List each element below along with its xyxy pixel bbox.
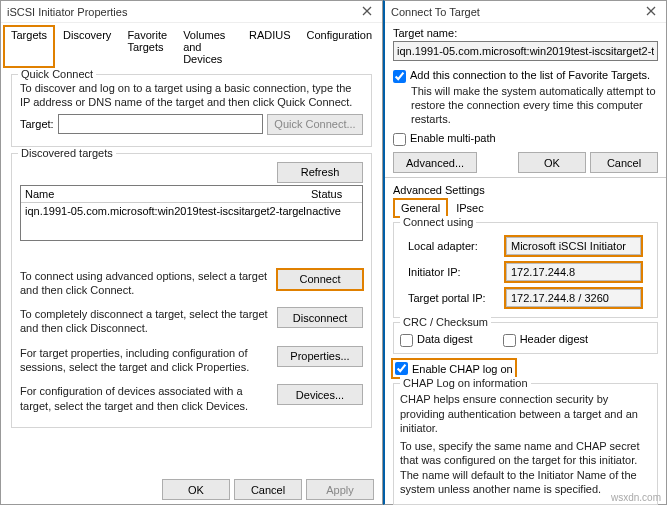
enable-chap-checkbox[interactable] — [395, 362, 408, 375]
initiator-ip-label: Initiator IP: — [408, 266, 498, 278]
table-row[interactable]: iqn.1991-05.com.microsoft:win2019test-is… — [21, 203, 362, 219]
disconnect-help: To completely disconnect a target, selec… — [20, 307, 271, 336]
target-status-cell: Inactive — [303, 205, 358, 217]
quick-connect-button[interactable]: Quick Connect... — [267, 114, 363, 135]
target-input[interactable] — [58, 114, 263, 134]
ok-button-right[interactable]: OK — [518, 152, 586, 173]
properties-button[interactable]: Properties... — [277, 346, 363, 367]
properties-help: For target properties, including configu… — [20, 346, 271, 375]
chap-group: CHAP Log on information CHAP helps ensur… — [393, 383, 658, 505]
connect-using-group: Connect using Local adapter: Microsoft i… — [393, 222, 658, 318]
multipath-label: Enable multi-path — [410, 132, 496, 144]
connect-button[interactable]: Connect — [277, 269, 363, 290]
header-digest-checkbox[interactable] — [503, 334, 516, 347]
apply-button[interactable]: Apply — [306, 479, 374, 500]
connect-to-target-dialog: Connect To Target Target name: Add this … — [383, 0, 667, 505]
tab-targets[interactable]: Targets — [3, 25, 55, 68]
tab-favorite-targets[interactable]: Favorite Targets — [119, 25, 175, 68]
devices-button[interactable]: Devices... — [277, 384, 363, 405]
disconnect-button[interactable]: Disconnect — [277, 307, 363, 328]
local-adapter-value[interactable]: Microsoft iSCSI Initiator — [506, 237, 641, 255]
chap-help1: CHAP helps ensure connection security by… — [400, 392, 651, 435]
advanced-settings-title: Advanced Settings — [385, 178, 666, 196]
target-name-field[interactable] — [393, 41, 658, 61]
target-label: Target: — [20, 118, 54, 130]
target-name-label: Target name: — [393, 27, 658, 39]
discovered-list[interactable]: Name Status iqn.1991-05.com.microsoft:wi… — [20, 185, 363, 241]
add-favorite-label: Add this connection to the list of Favor… — [410, 69, 650, 81]
discovered-title: Discovered targets — [18, 147, 116, 159]
tab-radius[interactable]: RADIUS — [241, 25, 299, 68]
close-icon[interactable] — [636, 1, 666, 23]
local-adapter-label: Local adapter: — [408, 240, 498, 252]
crc-title: CRC / Checksum — [400, 316, 491, 328]
titlebar-left: iSCSI Initiator Properties — [1, 1, 382, 23]
tab-ipsec[interactable]: IPsec — [448, 198, 492, 218]
quick-connect-title: Quick Connect — [18, 68, 96, 80]
close-icon[interactable] — [352, 1, 382, 23]
iscsi-initiator-dialog: iSCSI Initiator Properties Targets Disco… — [0, 0, 383, 505]
enable-chap-label: Enable CHAP log on — [412, 363, 513, 375]
ok-button[interactable]: OK — [162, 479, 230, 500]
watermark: wsxdn.com — [611, 492, 661, 503]
tab-general[interactable]: General — [393, 198, 448, 218]
data-digest-label: Data digest — [417, 333, 473, 345]
quick-connect-group: Quick Connect To discover and log on to … — [11, 74, 372, 147]
col-name-header[interactable]: Name — [21, 186, 307, 202]
advanced-button[interactable]: Advanced... — [393, 152, 477, 173]
dialog-title: iSCSI Initiator Properties — [7, 6, 127, 18]
discovered-targets-group: Discovered targets Refresh Name Status i… — [11, 153, 372, 428]
initiator-ip-value[interactable]: 172.17.244.8 — [506, 263, 641, 281]
titlebar-right: Connect To Target — [385, 1, 666, 23]
tab-discovery[interactable]: Discovery — [55, 25, 119, 68]
crc-group: CRC / Checksum Data digest Header digest — [393, 322, 658, 354]
cancel-button-right[interactable]: Cancel — [590, 152, 658, 173]
data-digest-checkbox[interactable] — [400, 334, 413, 347]
chap-group-title: CHAP Log on information — [400, 377, 531, 389]
portal-ip-value[interactable]: 172.17.244.8 / 3260 — [506, 289, 641, 307]
dialog-title-right: Connect To Target — [391, 6, 480, 18]
portal-ip-label: Target portal IP: — [408, 292, 498, 304]
col-status-header[interactable]: Status — [307, 186, 362, 202]
multipath-checkbox[interactable] — [393, 133, 406, 146]
quick-connect-help: To discover and log on to a target using… — [20, 81, 363, 110]
add-favorite-checkbox[interactable] — [393, 70, 406, 83]
target-name-cell: iqn.1991-05.com.microsoft:win2019test-is… — [25, 205, 303, 217]
add-favorite-help: This will make the system automatically … — [393, 85, 658, 126]
tab-volumes-devices[interactable]: Volumes and Devices — [175, 25, 241, 68]
connect-using-title: Connect using — [400, 216, 476, 228]
header-digest-label: Header digest — [520, 333, 589, 345]
tabs-left: Targets Discovery Favorite Targets Volum… — [1, 23, 382, 68]
tab-configuration[interactable]: Configuration — [299, 25, 380, 68]
connect-help: To connect using advanced options, selec… — [20, 269, 271, 298]
refresh-button[interactable]: Refresh — [277, 162, 363, 183]
devices-help: For configuration of devices associated … — [20, 384, 271, 413]
chap-help2: To use, specify the same name and CHAP s… — [400, 439, 651, 496]
cancel-button[interactable]: Cancel — [234, 479, 302, 500]
